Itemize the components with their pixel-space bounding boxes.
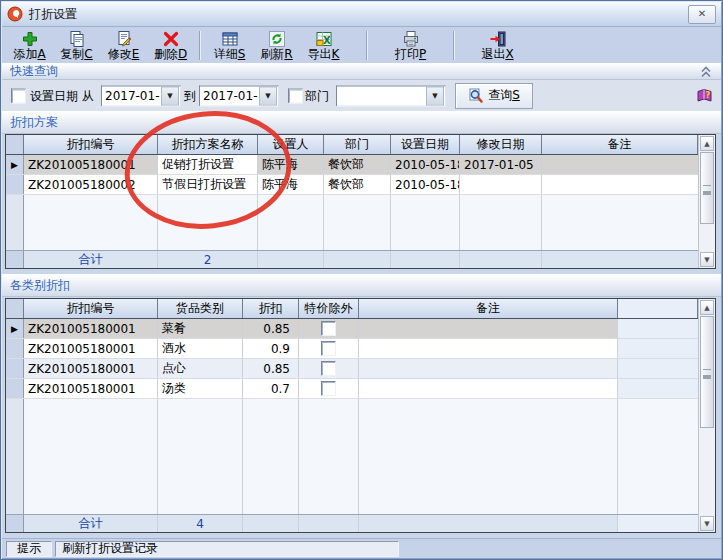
row-indicator	[6, 339, 24, 358]
app-window: 打折设置 ✕ 添加A 复制C 修改E 删除D 详细S 刷新R X	[0, 0, 723, 560]
cell-special-excluded	[299, 319, 359, 338]
search-button[interactable]: 查询S	[455, 83, 533, 109]
special-excluded-checkbox[interactable]	[321, 381, 336, 396]
copy-button[interactable]: 复制C	[53, 29, 100, 62]
footer-row-count: 4	[158, 515, 243, 532]
column-header[interactable]: 部门	[324, 135, 391, 154]
category-table-header: 折扣编号 货品类别 折扣 特价除外 备注	[6, 299, 698, 319]
indicator-header-cell	[6, 135, 24, 154]
collapse-chevron-icon[interactable]	[699, 65, 713, 78]
table-row[interactable]: ZK201005180001 汤类 0.7	[6, 379, 698, 399]
add-button[interactable]: 添加A	[6, 29, 53, 62]
cell-dept: 餐饮部	[324, 155, 391, 174]
table-row[interactable]: ▶ ZK201005180001 促销打折设置 陈平海 餐饮部 2010-05-…	[6, 155, 698, 175]
delete-button[interactable]: 删除D	[147, 29, 194, 62]
row-indicator	[6, 175, 24, 194]
special-excluded-checkbox[interactable]	[321, 341, 336, 356]
help-book-icon[interactable]: ?	[696, 88, 713, 104]
category-table-scrollbar[interactable]: ▲ ▼	[698, 299, 715, 532]
cell-mod-date: 2017-01-05	[460, 155, 542, 174]
date-from-select[interactable]: 2017-01-01 ▼	[101, 85, 181, 106]
toolbar-button-label: 刷新R	[260, 48, 292, 61]
scroll-down-icon[interactable]: ▼	[700, 516, 714, 531]
cell-discount: 0.85	[243, 359, 299, 378]
date-to-select[interactable]: 2017-01-31 ▼	[199, 85, 279, 106]
close-button[interactable]: ✕	[688, 5, 716, 24]
footer-total-label: 合计	[24, 515, 158, 532]
column-header[interactable]: 备注	[359, 299, 618, 318]
cell-code: ZK201005180001	[24, 155, 158, 174]
scrollbar-thumb[interactable]	[700, 152, 714, 224]
special-excluded-checkbox[interactable]	[321, 321, 336, 336]
cell-note	[359, 339, 618, 358]
cell-code: ZK201005180001	[24, 359, 158, 378]
title-bar: 打折设置 ✕	[2, 2, 721, 27]
chevron-down-icon[interactable]: ▼	[426, 86, 444, 105]
header-spacer	[618, 299, 698, 318]
empty-rows-area	[6, 195, 698, 250]
scroll-up-icon[interactable]: ▲	[700, 300, 714, 315]
cell-category: 菜肴	[158, 319, 243, 338]
plan-table-footer: 合计 2	[6, 250, 698, 268]
cell-note	[542, 155, 698, 174]
column-header[interactable]: 修改日期	[460, 135, 542, 154]
app-logo-icon	[7, 6, 23, 22]
date-to-value: 2017-01-31	[200, 89, 258, 103]
table-row[interactable]: ZK201005180001 酒水 0.9	[6, 339, 698, 359]
dept-filter-checkbox[interactable]	[288, 88, 303, 103]
scroll-up-icon[interactable]: ▲	[700, 136, 714, 151]
scrollbar-thumb[interactable]	[700, 316, 714, 428]
cell-note	[542, 175, 698, 194]
toolbar-separator	[366, 31, 368, 60]
table-row[interactable]: ▶ ZK201005180001 菜肴 0.85	[6, 319, 698, 339]
cell-special-excluded	[299, 359, 359, 378]
plan-table-scrollbar[interactable]: ▲ ▼	[698, 135, 715, 268]
toolbar-button-label: 复制C	[60, 48, 92, 61]
exit-icon	[489, 30, 507, 48]
search-button-label: 查询S	[488, 87, 520, 104]
exit-button[interactable]: 退出X	[474, 29, 521, 62]
category-table-footer: 合计 4	[6, 514, 698, 532]
cell-category: 点心	[158, 359, 243, 378]
category-section-title: 各类别折扣	[10, 277, 70, 294]
export-button[interactable]: X 导出K	[300, 29, 347, 62]
toolbar-separator	[453, 31, 455, 60]
row-indicator: ▶	[6, 155, 24, 174]
date-filter-label: 设置日期 从	[30, 87, 94, 104]
indicator-header-cell	[6, 299, 24, 318]
column-header[interactable]: 设置日期	[391, 135, 460, 154]
plan-section-title: 折扣方案	[10, 114, 58, 131]
chevron-down-icon[interactable]: ▼	[161, 86, 179, 105]
dept-filter-label: 部门	[305, 87, 329, 104]
print-icon	[402, 30, 420, 48]
detail-button[interactable]: 详细S	[206, 29, 253, 62]
row-indicator	[6, 379, 24, 398]
delete-icon	[162, 30, 180, 48]
category-section-header: 各类别折扣	[2, 274, 721, 297]
special-excluded-checkbox[interactable]	[321, 361, 336, 376]
quick-query-title: 快速查询	[10, 63, 58, 80]
column-header[interactable]: 设置人	[258, 135, 324, 154]
date-filter-checkbox[interactable]	[11, 88, 26, 103]
scroll-down-icon[interactable]: ▼	[700, 252, 714, 267]
plan-table: 折扣编号 折扣方案名称 设置人 部门 设置日期 修改日期 备注 ▶ ZK2010…	[5, 134, 716, 269]
row-indicator	[6, 359, 24, 378]
chevron-down-icon[interactable]: ▼	[259, 86, 277, 105]
copy-icon	[68, 30, 86, 48]
column-header[interactable]: 货品类别	[158, 299, 243, 318]
column-header[interactable]: 折扣编号	[24, 299, 158, 318]
print-button[interactable]: 打印P	[387, 29, 434, 62]
toolbar-button-label: 详细S	[214, 48, 246, 61]
column-header[interactable]: 折扣编号	[24, 135, 158, 154]
cell-special-excluded	[299, 339, 359, 358]
dept-select[interactable]: ▼	[336, 85, 446, 106]
column-header[interactable]: 备注	[542, 135, 698, 154]
column-header[interactable]: 折扣	[243, 299, 299, 318]
edit-button[interactable]: 修改E	[100, 29, 147, 62]
column-header[interactable]: 折扣方案名称	[158, 135, 258, 154]
column-header[interactable]: 特价除外	[299, 299, 359, 318]
refresh-button[interactable]: 刷新R	[253, 29, 300, 62]
toolbar-button-label: 打印P	[395, 48, 426, 61]
table-row[interactable]: ZK201005180002 节假日打折设置 陈平海 餐饮部 2010-05-1…	[6, 175, 698, 195]
table-row[interactable]: ZK201005180001 点心 0.85	[6, 359, 698, 379]
